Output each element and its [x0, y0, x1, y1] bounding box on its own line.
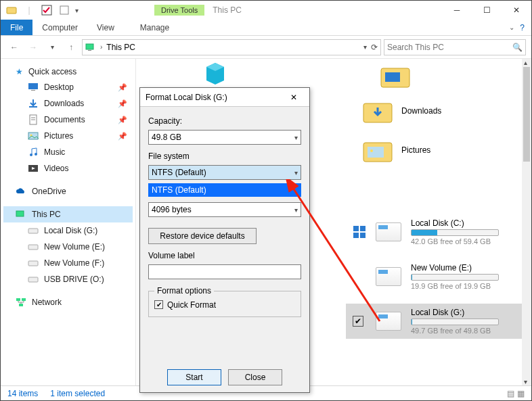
format-dialog: Format Local Disk (G:) ✕ Capacity: 49.8 … — [139, 87, 310, 393]
scrollbar-thumb[interactable] — [523, 67, 530, 162]
svg-rect-31 — [360, 226, 365, 231]
help-icon[interactable]: ? — [520, 23, 525, 32]
sidebar-item-label: OneDrive — [32, 187, 66, 196]
sidebar-item-label: This PC — [32, 210, 61, 219]
drive-g[interactable]: ✔ Local Disk (G:) 49.7 GB free of 49.8 G… — [346, 304, 522, 339]
tab-view[interactable]: View — [87, 20, 124, 35]
drive-e[interactable]: New Volume (E:) 19.9 GB free of 19.9 GB — [346, 259, 522, 294]
search-input[interactable] — [387, 43, 512, 52]
navigation-bar: ← → ▾ ↑ › ▾ ⟳ 🔍 — [1, 36, 531, 59]
folder-desktop-icon[interactable] — [380, 63, 411, 89]
folder-icon — [362, 137, 393, 163]
tab-manage[interactable]: Manage — [131, 20, 179, 35]
sidebar-item-pictures[interactable]: Pictures 📌 — [3, 128, 133, 144]
close-dialog-button[interactable]: Close — [228, 369, 282, 385]
filesystem-dropdown-option[interactable]: NTFS (Default) — [148, 183, 301, 197]
svg-rect-16 — [16, 211, 24, 216]
folder-pictures[interactable]: Pictures — [362, 137, 430, 163]
dialog-title: Format Local Disk (G:) — [146, 93, 227, 102]
ribbon-tabs: File Computer View Manage ⌄ ? — [1, 20, 531, 36]
address-input[interactable] — [106, 43, 359, 52]
refresh-button[interactable]: ⟳ — [371, 43, 378, 52]
svg-rect-28 — [368, 147, 384, 158]
status-selected-count: 1 item selected — [50, 389, 105, 398]
minimize-button[interactable]: ─ — [442, 1, 472, 20]
quick-access-toolbar: | ▾ — [1, 3, 83, 17]
sidebar-quick-access[interactable]: ★ Quick access — [3, 64, 133, 79]
sidebar-item-documents[interactable]: Documents 📌 — [3, 112, 133, 128]
up-button[interactable]: ↑ — [63, 39, 79, 55]
svg-rect-21 — [16, 298, 20, 301]
allocation-value: 4096 bytes — [152, 205, 192, 214]
sidebar-item-label: Desktop — [44, 82, 74, 92]
search-icon[interactable]: 🔍 — [512, 43, 523, 52]
sidebar-drive-f[interactable]: New Volume (F:) — [3, 255, 133, 271]
sidebar-onedrive[interactable]: OneDrive — [3, 183, 133, 199]
maximize-button[interactable]: ☐ — [472, 1, 502, 20]
pc-icon — [16, 209, 26, 220]
qat-dropdown-icon[interactable] — [58, 3, 71, 17]
svg-rect-23 — [19, 304, 23, 306]
drive-label: Local Disk (G:) — [411, 308, 499, 317]
scroll-up-icon[interactable]: ▴ — [524, 59, 527, 66]
svg-point-14 — [35, 153, 37, 156]
quick-format-checkbox[interactable]: ✔ Quick Format — [154, 300, 216, 310]
sidebar-drive-o[interactable]: USB DRIVE (O:) — [3, 271, 133, 287]
volume-label-input[interactable] — [148, 264, 301, 279]
sidebar-item-videos[interactable]: Videos — [3, 160, 133, 176]
drive-icon — [376, 267, 401, 286]
ribbon-expand-icon[interactable]: ⌄ — [509, 24, 514, 31]
drive-c[interactable]: Local Disk (C:) 42.0 GB free of 59.4 GB — [346, 214, 522, 250]
svg-rect-32 — [353, 233, 359, 238]
start-button[interactable]: Start — [167, 369, 221, 385]
search-box[interactable]: 🔍 — [384, 39, 526, 55]
back-button[interactable]: ← — [6, 39, 22, 55]
sidebar-item-label: Pictures — [44, 131, 73, 141]
window-controls: ─ ☐ ✕ — [442, 1, 531, 20]
recent-locations-button[interactable]: ▾ — [44, 39, 60, 55]
tab-file[interactable]: File — [1, 20, 32, 35]
sidebar-label: Quick access — [28, 67, 76, 76]
chevron-down-icon: ▾ — [294, 206, 298, 214]
sidebar-drive-g[interactable]: Local Disk (G:) — [3, 222, 133, 239]
icons-view-icon[interactable]: ▦ — [517, 389, 525, 398]
cloud-icon — [16, 186, 26, 197]
qat-overflow-icon[interactable]: ▾ — [75, 7, 79, 14]
allocation-select[interactable]: 4096 bytes ▾ — [148, 202, 301, 217]
breadcrumb-caret-icon[interactable]: › — [100, 43, 102, 51]
capacity-value: 49.8 GB — [152, 133, 181, 142]
scroll-down-icon[interactable]: ▾ — [524, 378, 527, 385]
sidebar-this-pc[interactable]: This PC — [3, 206, 133, 222]
svg-rect-25 — [385, 72, 400, 82]
svg-rect-19 — [28, 261, 38, 266]
folder-3d-icon[interactable] — [200, 63, 231, 89]
sidebar-item-downloads[interactable]: Downloads 📌 — [3, 95, 133, 112]
sidebar-drive-e[interactable]: New Volume (E:) — [3, 239, 133, 255]
address-bar[interactable]: › ▾ ⟳ — [82, 39, 381, 55]
dialog-close-button[interactable]: ✕ — [284, 93, 304, 102]
scrollbar[interactable]: ▴ ▾ — [522, 59, 531, 385]
windows-icon — [353, 225, 366, 239]
drive-checkbox[interactable]: ✔ — [353, 316, 363, 327]
address-dropdown-icon[interactable]: ▾ — [363, 43, 367, 51]
sidebar-item-music[interactable]: Music — [3, 144, 133, 160]
close-button[interactable]: ✕ — [502, 1, 531, 20]
pc-icon — [85, 42, 96, 53]
restore-defaults-button[interactable]: Restore device defaults — [148, 228, 257, 244]
folder-downloads[interactable]: Downloads — [362, 98, 441, 124]
contextual-tab-drive-tools[interactable]: Drive Tools — [154, 5, 204, 16]
svg-rect-30 — [353, 226, 359, 231]
svg-rect-6 — [31, 90, 35, 91]
forward-button[interactable]: → — [25, 39, 41, 55]
drive-free-text: 19.9 GB free of 19.9 GB — [411, 282, 499, 290]
sidebar-network[interactable]: Network — [3, 294, 133, 310]
svg-point-29 — [370, 149, 373, 152]
tab-computer[interactable]: Computer — [32, 20, 87, 35]
filesystem-select[interactable]: NTFS (Default) ▾ — [148, 165, 301, 180]
capacity-select[interactable]: 49.8 GB ▾ — [148, 130, 301, 145]
qat-checkbox-icon[interactable] — [40, 3, 53, 17]
sidebar-item-desktop[interactable]: Desktop 📌 — [3, 79, 133, 95]
details-view-icon[interactable]: ▤ — [507, 389, 514, 398]
chevron-down-icon: ▾ — [294, 134, 298, 141]
svg-rect-0 — [7, 7, 16, 14]
